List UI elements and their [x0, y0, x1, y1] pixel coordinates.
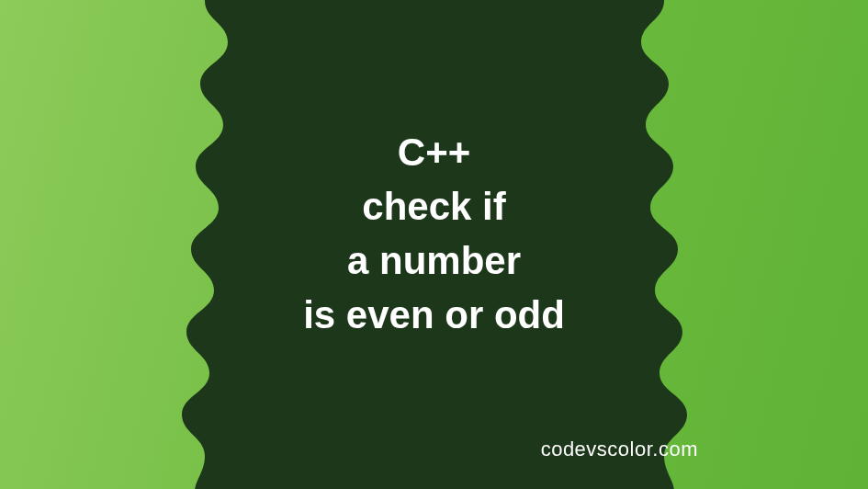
title-text: C++ check if a number is even or odd [0, 127, 868, 343]
title-line-1: C++ [0, 127, 868, 181]
title-line-2: check if [0, 181, 868, 235]
title-line-3: a number [0, 234, 868, 289]
title-line-4: is even or odd [0, 289, 868, 343]
watermark-text: codevscolor.com [541, 438, 698, 461]
